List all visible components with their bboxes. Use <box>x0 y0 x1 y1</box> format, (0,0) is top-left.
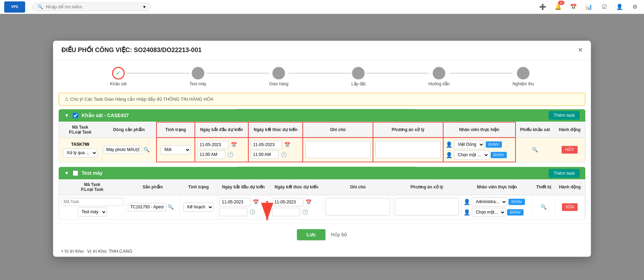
checkbox-icon[interactable]: ☑ <box>599 2 609 12</box>
cancel-button[interactable]: Hủy bỏ <box>331 232 347 237</box>
section-checkbox-1[interactable] <box>73 113 78 118</box>
note-cell-1 <box>303 137 373 162</box>
end-date-cal-btn-2[interactable]: 📅 <box>305 199 312 206</box>
task-id-cell-1: TASK799 Xử lý qua ... <box>59 137 102 162</box>
plan-cell-2 <box>392 195 461 219</box>
search-input[interactable] <box>46 4 140 9</box>
th-action-1: Hành động <box>555 122 585 138</box>
start-date-input-2[interactable] <box>219 198 251 206</box>
dxnv-btn-1b[interactable]: ĐXNV <box>491 152 507 158</box>
chart-icon[interactable]: 📊 <box>584 2 594 12</box>
plan-textarea-2[interactable] <box>395 198 459 215</box>
progress-steps: ✓ Khảo sát Test máy Giao hàng Lắp đặt Hư… <box>53 60 591 90</box>
start-date-cal-btn-2[interactable]: 📅 <box>252 199 259 206</box>
start-time-input-2[interactable] <box>219 208 247 216</box>
step-circle-1: ✓ <box>112 67 125 79</box>
start-date-input-1[interactable] <box>197 141 229 149</box>
user-icon[interactable]: 👤 <box>615 2 624 12</box>
section-header-khao-sat: ▼ Khảo sát - CASE437 Thêm task <box>59 109 585 122</box>
end-date-cell-2: 📅 🕐 <box>270 195 323 219</box>
employee-select-2a[interactable]: Administra... <box>472 197 507 206</box>
add-task-button-1[interactable]: Thêm task <box>549 111 580 120</box>
step-circle-3 <box>272 67 285 79</box>
task-table-wrapper-1: Mã TaskP.Loại Task Dòng sản phẩm Tình tr… <box>59 122 585 163</box>
start-date-cal-btn-1[interactable]: 📅 <box>230 141 237 148</box>
end-time-clock-btn-1[interactable]: 🕐 <box>280 151 287 158</box>
dxnv-btn-2b[interactable]: ĐXNV <box>507 209 524 215</box>
start-time-input-1[interactable] <box>197 150 225 159</box>
th-plan-2: Phương án xử lý <box>392 179 461 195</box>
employee-row-2b: 👤 Chọn một... ĐXNV <box>463 208 530 217</box>
note-textarea-2[interactable] <box>325 198 390 215</box>
status-select-2[interactable]: Kế hoạch Mới <box>183 202 213 211</box>
th-product-1: Dòng sản phẩm <box>102 122 157 138</box>
survey-search-btn-1[interactable]: 🔍 <box>532 147 538 152</box>
table-header-row-2: Mã TaskP.Loại Task Sản phẩm Tình trạng N… <box>59 179 585 195</box>
search-bar[interactable]: 🔍 ▾ <box>32 2 151 11</box>
th-status-1: Tình trạng <box>156 122 195 138</box>
status-cell-1: Mới Kế hoạch <box>156 137 195 162</box>
table-row: TASK799 Xử lý qua ... 🔍 <box>59 137 585 162</box>
employee-select-2b[interactable]: Chọn một... <box>472 208 506 217</box>
end-time-input-2[interactable] <box>272 208 300 216</box>
step-nghiem-thu[interactable]: Nghiệm thu <box>512 67 534 86</box>
step-lap-dat[interactable]: Lắp đặt <box>351 67 366 86</box>
step-label-5: Hướng dẫn <box>429 81 450 86</box>
close-button[interactable]: × <box>578 46 583 54</box>
end-time-wrapper-2: 🕐 <box>272 208 321 216</box>
cancel-task-btn-1[interactable]: HỦY <box>562 146 578 153</box>
product-input-1[interactable] <box>104 145 142 154</box>
end-date-input-2[interactable] <box>272 198 303 206</box>
status-cell-2: Kế hoạch Mới <box>180 195 217 219</box>
end-date-input-1[interactable] <box>251 141 282 149</box>
employee-select-1a[interactable]: Việt Dũng <box>454 140 484 149</box>
product-search-btn-2[interactable]: 🔍 <box>168 204 174 210</box>
note-textarea-1[interactable] <box>305 141 371 158</box>
status-select-1[interactable]: Mới Kế hoạch <box>161 145 191 154</box>
th-task-id-1: Mã TaskP.Loại Task <box>59 122 102 138</box>
step-huong-dan[interactable]: Hướng dẫn <box>429 67 450 86</box>
th-product-2: Sản phẩm <box>126 179 180 195</box>
dxnv-btn-2a[interactable]: ĐXNV <box>508 199 525 205</box>
dxnv-btn-1a[interactable]: ĐXNV <box>486 141 502 148</box>
calendar-icon[interactable]: 📅 <box>569 2 578 12</box>
employee-row-2: 👤 Chọn một ... ĐXNV <box>446 150 513 159</box>
section-checkbox-2[interactable] <box>73 170 78 176</box>
task-type-select-2[interactable]: Test máy <box>78 207 107 216</box>
task-type-select-wrapper-2: Test máy <box>61 207 123 216</box>
section-toggle-1[interactable]: ▼ <box>64 113 69 118</box>
checkmark-icon: ✓ <box>116 69 121 77</box>
th-action-2: Hành động <box>555 179 585 195</box>
product-cell-1: 🔍 <box>102 137 157 162</box>
task-type-select-1[interactable]: Xử lý qua ... <box>63 148 97 157</box>
save-button[interactable]: Lưu <box>297 229 325 240</box>
task-id-input-2[interactable] <box>61 198 123 206</box>
notification-icon[interactable]: 🔔 90 <box>553 2 563 12</box>
end-time-clock-btn-2[interactable]: 🕐 <box>301 208 309 215</box>
add-icon[interactable]: ➕ <box>538 2 548 12</box>
step-test-may[interactable]: Test máy <box>190 67 206 86</box>
product-search-btn-1[interactable]: 🔍 <box>144 147 149 152</box>
settings-icon[interactable]: ⚙ <box>630 2 640 12</box>
person-icon-2a: 👤 <box>463 199 470 205</box>
start-time-clock-btn-2[interactable]: 🕐 <box>249 208 256 215</box>
end-time-input-1[interactable] <box>251 150 279 159</box>
step-khao-sat[interactable]: ✓ Khảo sát <box>110 67 127 86</box>
end-date-wrapper-2: 📅 <box>272 198 321 206</box>
employee-wrapper-2: 👤 Administra... ĐXNV 👤 Chọn một <box>463 197 530 217</box>
note-cell-2 <box>323 195 393 219</box>
device-search-btn-2[interactable]: 🔍 <box>541 204 547 210</box>
add-task-button-2[interactable]: Thêm task <box>549 169 580 178</box>
section-toggle-2[interactable]: ▼ <box>64 170 69 176</box>
product-input-2[interactable] <box>128 203 166 211</box>
step-line-3 <box>288 73 351 73</box>
start-time-clock-btn-1[interactable]: 🕐 <box>227 151 234 158</box>
end-date-cell-1: 📅 🕐 <box>248 137 303 162</box>
step-giao-hang[interactable]: Giao hàng <box>269 67 288 86</box>
plan-textarea-1[interactable] <box>375 141 441 158</box>
end-date-cal-btn-1[interactable]: 📅 <box>284 141 291 148</box>
employee-select-1b[interactable]: Chọn một ... <box>454 150 489 159</box>
search-icon: 🔍 <box>37 4 43 9</box>
table-row: Test máy 🔍 Kế hoạch <box>59 195 585 219</box>
delete-task-btn-2[interactable]: XÓA <box>562 203 578 211</box>
